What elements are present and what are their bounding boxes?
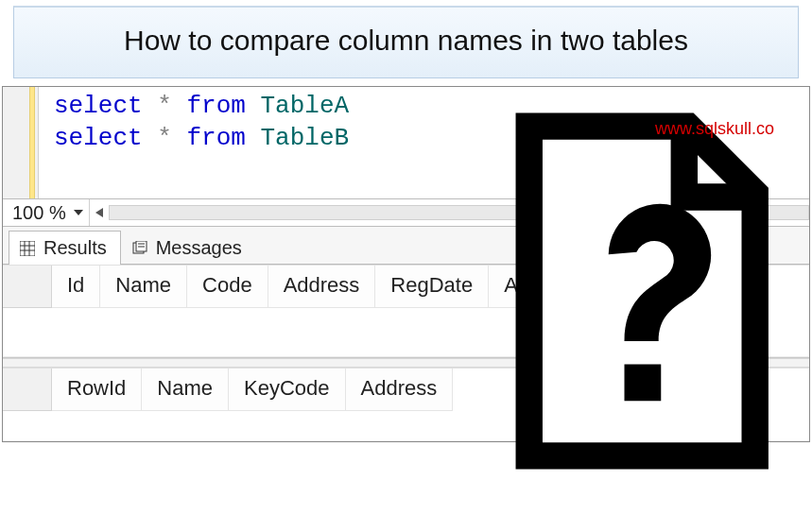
zoom-value: 100 % [12, 202, 66, 224]
column-header[interactable]: Id [52, 266, 100, 308]
grid-separator[interactable] [3, 358, 809, 368]
watermark-text: www.sqlskull.co [655, 119, 774, 139]
ssms-editor-frame: select * from TableA select * from Table… [2, 86, 810, 442]
horizontal-scrollbar[interactable] [90, 199, 809, 226]
result-grid-1[interactable]: Id Name Code Address RegDate AddedBy [3, 265, 809, 358]
grid-body-empty [3, 411, 809, 441]
row-selector-corner[interactable] [3, 266, 52, 308]
tab-results[interactable]: Results [9, 231, 121, 265]
keyword: select [54, 124, 143, 152]
sql-code-area[interactable]: select * from TableA select * from Table… [3, 87, 809, 198]
svg-rect-1 [20, 241, 35, 256]
grid-body-empty [3, 308, 809, 357]
column-header[interactable]: Address [268, 266, 376, 308]
identifier: TableB [260, 124, 349, 152]
star: * [157, 92, 172, 120]
keyword: select [54, 92, 143, 120]
messages-icon [131, 240, 148, 257]
results-area: Id Name Code Address RegDate AddedBy Row… [3, 265, 809, 441]
sql-text[interactable]: select * from TableA select * from Table… [39, 87, 358, 198]
result-grid-2[interactable]: RowId Name KeyCode Address [3, 368, 809, 441]
zoom-scroll-row: 100 % [3, 198, 809, 227]
column-header[interactable]: RegDate [375, 266, 489, 308]
chevron-down-icon [74, 210, 83, 215]
svg-marker-0 [95, 208, 103, 217]
star: * [157, 124, 172, 152]
column-header[interactable]: Name [100, 266, 187, 308]
grid-icon [19, 240, 36, 257]
keyword: from [186, 124, 245, 152]
scroll-track[interactable] [109, 205, 809, 220]
keyword: from [186, 92, 245, 120]
column-header[interactable]: Name [142, 369, 229, 411]
scroll-left-arrow-icon[interactable] [90, 199, 109, 226]
grid-header-row: Id Name Code Address RegDate AddedBy [3, 265, 809, 308]
column-header[interactable]: Address [346, 369, 454, 411]
column-header[interactable]: AddedBy [489, 266, 604, 308]
tab-label: Messages [156, 237, 242, 259]
result-tabs: Results Messages [3, 227, 809, 265]
column-header[interactable]: KeyCode [229, 369, 346, 411]
tab-messages[interactable]: Messages [121, 231, 256, 265]
page-title-text: How to compare column names in two table… [124, 25, 688, 56]
code-change-marker [29, 87, 35, 198]
page-title-banner: How to compare column names in two table… [13, 6, 799, 78]
zoom-combo[interactable]: 100 % [3, 199, 90, 226]
tab-label: Results [43, 237, 107, 259]
code-gutter [3, 87, 39, 198]
column-header[interactable]: Code [187, 266, 268, 308]
grid-header-row: RowId Name KeyCode Address [3, 368, 809, 411]
row-selector-corner[interactable] [3, 369, 52, 411]
identifier: TableA [260, 92, 349, 120]
column-header[interactable]: RowId [52, 369, 142, 411]
